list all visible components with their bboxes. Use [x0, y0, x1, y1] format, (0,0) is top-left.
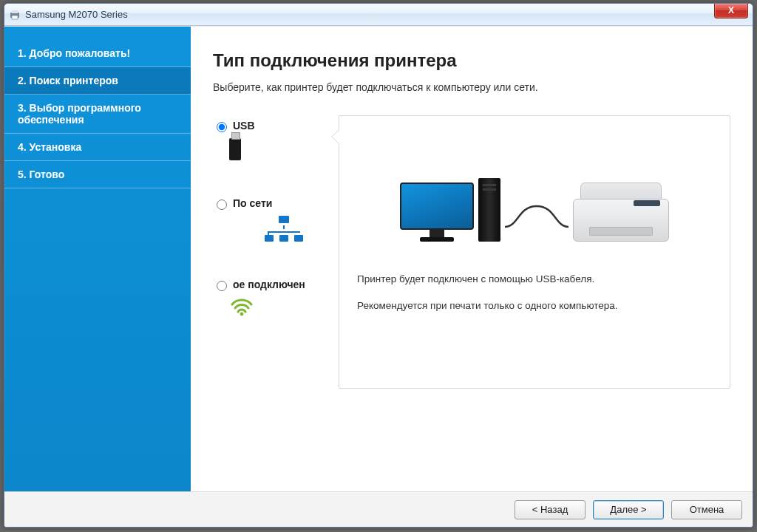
option-usb-label: USB	[233, 120, 255, 132]
preview-line2: Рекомендуется при печати только с одного…	[357, 298, 712, 314]
sidebar: 1. Добро пожаловать! 2. Поиск принтеров …	[4, 27, 191, 491]
titlebar: Samsung M2070 Series X	[4, 4, 753, 26]
svg-rect-2	[12, 16, 18, 19]
close-button[interactable]: X	[714, 4, 748, 18]
option-wireless[interactable]: ое подключен	[213, 279, 339, 316]
option-wireless-label: ое подключен	[233, 279, 305, 290]
network-icon	[229, 216, 339, 242]
page-subtitle: Выберите, как принтер будет подключаться…	[213, 81, 730, 93]
back-button[interactable]: < Назад	[515, 500, 585, 519]
window-title: Samsung M2070 Series	[25, 9, 128, 20]
installer-window: Samsung M2070 Series X 1. Добро пожалова…	[4, 3, 753, 528]
radio-network[interactable]	[217, 200, 227, 210]
printer-app-icon	[9, 9, 21, 21]
speech-notch	[331, 129, 339, 144]
option-network-label: По сети	[233, 197, 272, 209]
sidebar-step-done[interactable]: 5. Готово	[4, 161, 191, 188]
footer: < Назад Далее > Отмена	[4, 491, 753, 527]
content-row: USB По сети	[213, 115, 730, 389]
next-button[interactable]: Далее >	[593, 500, 664, 519]
option-network[interactable]: По сети	[213, 197, 339, 242]
cancel-button[interactable]: Отмена	[671, 500, 742, 519]
wifi-icon	[229, 297, 339, 316]
sidebar-step-software[interactable]: 3. Выбор программного обеспечения	[4, 95, 191, 134]
sidebar-step-welcome[interactable]: 1. Добро пожаловать!	[4, 40, 191, 67]
printer-icon	[573, 183, 669, 242]
connection-illustration	[357, 146, 712, 242]
svg-rect-1	[12, 10, 18, 13]
connection-options: USB По сети	[213, 115, 339, 316]
main-panel: Тип подключения принтера Выберите, как п…	[191, 27, 753, 491]
sidebar-step-search[interactable]: 2. Поиск принтеров	[4, 67, 191, 95]
preview-description: Принтер будет подключен с помощью USB-ка…	[357, 271, 712, 313]
option-usb[interactable]: USB	[213, 120, 339, 160]
preview-panel: Принтер будет подключен с помощью USB-ка…	[339, 115, 730, 389]
sidebar-step-install[interactable]: 4. Установка	[4, 134, 191, 161]
radio-wireless[interactable]	[217, 281, 227, 291]
pc-tower-icon	[478, 178, 500, 242]
preview-line1: Принтер будет подключен с помощью USB-ка…	[357, 271, 712, 287]
svg-point-3	[240, 313, 244, 316]
client-area: 1. Добро пожаловать! 2. Поиск принтеров …	[4, 26, 753, 491]
usb-icon	[229, 138, 339, 160]
page-heading: Тип подключения принтера	[213, 50, 730, 71]
monitor-icon	[400, 183, 474, 242]
radio-usb[interactable]	[217, 122, 227, 132]
usb-cable-icon	[503, 197, 570, 234]
